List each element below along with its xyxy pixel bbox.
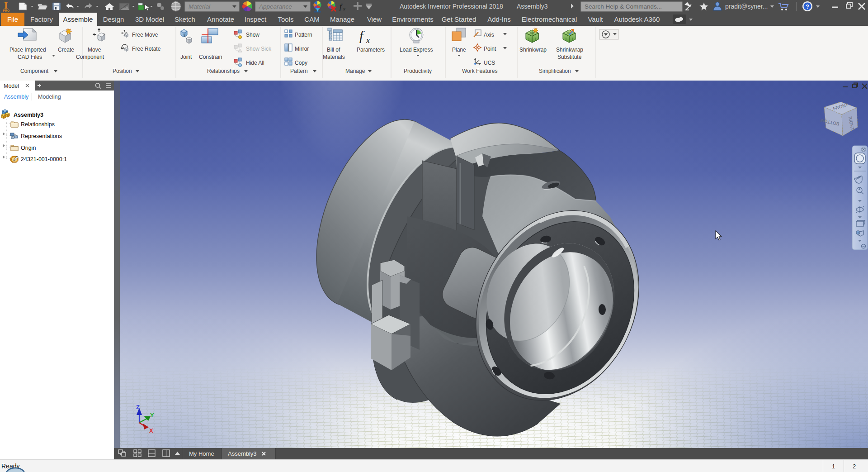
svg-text:24321-001-0000:1: 24321-001-0000:1 <box>21 156 67 162</box>
svg-text:Representations: Representations <box>21 133 62 139</box>
svg-text:Z: Z <box>136 404 140 410</box>
svg-text:Move: Move <box>88 47 101 53</box>
svg-text:Manage: Manage <box>345 68 365 74</box>
svg-text:Show: Show <box>246 32 259 38</box>
svg-text:Shrinkwrap: Shrinkwrap <box>519 47 547 53</box>
svg-text:Origin: Origin <box>21 145 36 151</box>
svg-text:?: ? <box>806 3 809 10</box>
svg-text:Show Sick: Show Sick <box>246 46 272 52</box>
svg-text:My Home: My Home <box>189 450 214 457</box>
svg-text:UCS: UCS <box>484 60 495 66</box>
svg-text:Relationships: Relationships <box>21 121 55 128</box>
svg-text:Pattern: Pattern <box>290 68 308 74</box>
svg-text:Create: Create <box>58 47 74 53</box>
svg-text:Place Imported: Place Imported <box>9 47 46 53</box>
svg-text:Shrinkwrap: Shrinkwrap <box>556 47 583 53</box>
svg-text:PRO: PRO <box>3 9 10 12</box>
svg-text:Mirror: Mirror <box>295 46 309 52</box>
svg-text:Productivity: Productivity <box>404 68 432 74</box>
svg-text:pradit@syner...: pradit@syner... <box>725 3 768 10</box>
svg-text:Position: Position <box>113 68 132 74</box>
svg-text:Appearance: Appearance <box>259 3 292 10</box>
svg-text:Axis: Axis <box>484 32 494 38</box>
svg-text:Assembly3: Assembly3 <box>14 112 43 118</box>
svg-text:Plane: Plane <box>452 47 466 53</box>
svg-text:x: x <box>366 36 370 45</box>
svg-text:Materials: Materials <box>323 54 345 60</box>
svg-text:Simplification: Simplification <box>539 68 571 74</box>
svg-text:Constrain: Constrain <box>199 54 222 60</box>
svg-text:Modeling: Modeling <box>38 94 61 100</box>
svg-text:Load Express: Load Express <box>400 47 433 53</box>
svg-text:Substitute: Substitute <box>557 54 582 60</box>
svg-text:Free Move: Free Move <box>132 32 158 38</box>
svg-text:Assembly3: Assembly3 <box>517 3 548 10</box>
svg-text:Autodesk Inventor Professional: Autodesk Inventor Professional 2018 <box>400 3 503 10</box>
svg-text:Free Rotate: Free Rotate <box>132 46 161 52</box>
svg-text:X: X <box>149 427 153 434</box>
svg-text:Assembly3: Assembly3 <box>228 450 257 457</box>
svg-text:Copy: Copy <box>295 60 307 66</box>
svg-text:Bill of: Bill of <box>327 47 340 53</box>
svg-text:Relationships: Relationships <box>207 68 240 74</box>
svg-text:Joint: Joint <box>180 54 192 60</box>
svg-text:Search Help & Commands...: Search Help & Commands... <box>585 3 662 10</box>
svg-text:Material: Material <box>189 3 211 10</box>
svg-text:Component: Component <box>20 68 49 74</box>
svg-text:Component: Component <box>76 54 104 60</box>
svg-text:Hide All: Hide All <box>246 60 264 66</box>
svg-text:Work Features: Work Features <box>462 68 497 74</box>
svg-text:x: x <box>343 6 345 11</box>
svg-text:Parameters: Parameters <box>357 47 385 53</box>
svg-text:Pattern: Pattern <box>295 32 312 38</box>
svg-text:CAD Files: CAD Files <box>18 54 42 60</box>
svg-text:Model: Model <box>4 83 19 89</box>
svg-text:Y: Y <box>150 412 154 419</box>
svg-text:Assembly: Assembly <box>4 94 29 100</box>
svg-text:Point: Point <box>484 46 496 52</box>
